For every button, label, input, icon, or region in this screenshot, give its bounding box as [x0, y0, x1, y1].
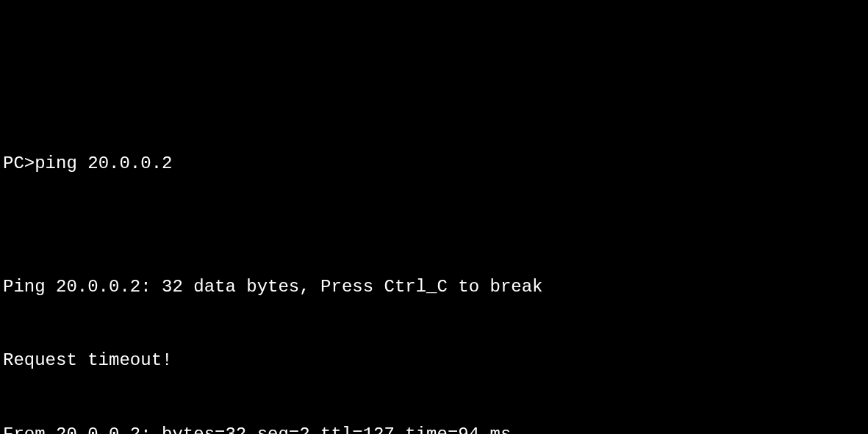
ping-reply: From 20.0.0.2: bytes=32 seq=2 ttl=127 ti… — [3, 422, 865, 434]
ping-header: Ping 20.0.0.2: 32 data bytes, Press Ctrl… — [3, 275, 865, 300]
command-line: PC>ping 20.0.0.2 — [3, 151, 865, 176]
timeout-line: Request timeout! — [3, 348, 865, 373]
prompt-text: PC> — [3, 151, 35, 176]
command-text: ping 20.0.0.2 — [35, 151, 172, 176]
terminal-window[interactable]: PC>ping 20.0.0.2 Ping 20.0.0.2: 32 data … — [3, 101, 865, 434]
